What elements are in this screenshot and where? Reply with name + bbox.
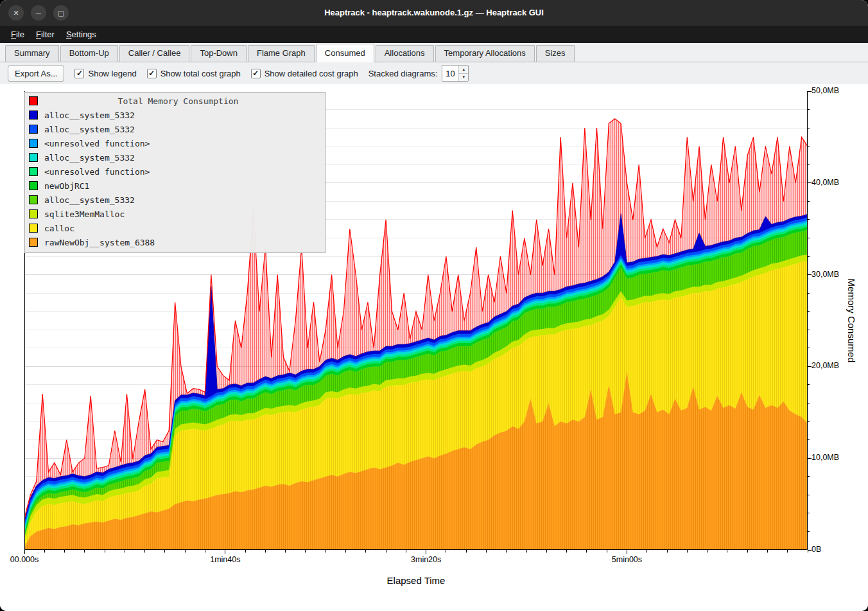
legend-item: calloc (25, 221, 325, 235)
legend-label: sqlite3MemMalloc (44, 209, 125, 219)
tab-sizes[interactable]: Sizes (536, 45, 575, 62)
tab-caller-callee[interactable]: Caller / Callee (119, 45, 190, 62)
spinbox-value[interactable]: 10 (442, 66, 458, 81)
tab-flame-graph[interactable]: Flame Graph (248, 45, 315, 62)
tab-bottom-up[interactable]: Bottom-Up (60, 45, 118, 62)
chart-legend: Total Memory Consumptionalloc__system_53… (24, 92, 326, 253)
legend-item: rawNewObj__system_6388 (25, 235, 325, 249)
checkbox-label: Show detailed cost graph (265, 69, 358, 78)
tab-top-down[interactable]: Top-Down (191, 45, 247, 62)
legend-item: sqlite3MemMalloc (25, 207, 325, 221)
checkmark-icon: ✓ (74, 69, 84, 78)
close-icon: ✕ (13, 9, 19, 17)
toolbar: Export As... ✓Show legend✓Show total cos… (0, 62, 868, 84)
maximize-button[interactable]: ▢ (53, 5, 69, 21)
window-title: Heaptrack - heaptrack.wakunode.1.gz — He… (0, 0, 868, 26)
tab-temporary-allocations[interactable]: Temporary Allocations (435, 45, 535, 62)
minimize-button[interactable]: ─ (31, 5, 46, 21)
legend-item: alloc__system_5332 (25, 193, 325, 207)
tab-summary[interactable]: Summary (5, 45, 59, 62)
x-axis-tick-label: 5min00s (612, 555, 642, 564)
spinbox-buttons: ▲ ▼ (458, 66, 468, 81)
menu-item-settings[interactable]: Settings (60, 27, 102, 42)
y-axis-tick-label: 50,0MB (812, 86, 839, 95)
legend-swatch (29, 96, 38, 105)
legend-item: alloc__system_5332 (25, 108, 325, 122)
legend-label: alloc__system_5332 (44, 153, 135, 163)
y-axis-tick-label: 0B (812, 545, 821, 554)
y-axis-tick-label: 30,0MB (812, 270, 839, 279)
legend-label: calloc (44, 224, 74, 233)
legend-swatch (29, 167, 38, 176)
legend-item: alloc__system_5332 (25, 122, 325, 136)
y-axis-tick-label: 20,0MB (812, 361, 839, 370)
export-as-button[interactable]: Export As... (8, 66, 64, 82)
close-button[interactable]: ✕ (8, 5, 24, 21)
checkbox-label: Show total cost graph (161, 69, 241, 78)
y-axis-tick-label: 10,0MB (812, 453, 839, 462)
chevron-down-icon: ▼ (462, 75, 465, 79)
checkbox-label: Show legend (88, 69, 136, 78)
legend-label: newObjRC1 (44, 181, 89, 191)
heaptrack-window: ✕─▢ Heaptrack - heaptrack.wakunode.1.gz … (0, 0, 868, 611)
legend-swatch (29, 153, 38, 162)
legend-label: alloc__system_5332 (44, 111, 135, 120)
legend-swatch (29, 209, 38, 218)
legend-swatch (29, 195, 38, 204)
chevron-up-icon: ▲ (462, 67, 465, 71)
checkmark-icon: ✓ (251, 69, 261, 78)
legend-label: rawNewObj__system_6388 (44, 238, 155, 247)
legend-title-row: Total Memory Consumption (25, 94, 325, 108)
minimize-icon: ─ (36, 9, 41, 17)
stacked-diagrams-label: Stacked diagrams: (369, 69, 438, 78)
menubar: FileFilterSettings (0, 26, 868, 43)
menu-item-file[interactable]: File (5, 27, 30, 42)
tab-allocations[interactable]: Allocations (376, 45, 434, 62)
x-axis-tick-label: 3min20s (411, 555, 441, 564)
x-axis-tick-label: 00.000s (10, 555, 39, 564)
checkbox-show-detailed-cost-graph[interactable]: ✓Show detailed cost graph (251, 69, 358, 78)
legend-swatch (29, 125, 38, 134)
checkbox-group: ✓Show legend✓Show total cost graph✓Show … (74, 69, 358, 78)
legend-item: alloc__system_5332 (25, 150, 325, 164)
legend-label: alloc__system_5332 (44, 125, 135, 134)
legend-label: alloc__system_5332 (44, 195, 135, 205)
chart-area[interactable]: Total Memory Consumptionalloc__system_53… (0, 84, 868, 611)
maximize-icon: ▢ (58, 9, 64, 17)
checkmark-icon: ✓ (147, 69, 157, 78)
spin-down-button[interactable]: ▼ (459, 74, 468, 82)
menu-item-filter[interactable]: Filter (30, 27, 60, 42)
stacked-diagrams-control: Stacked diagrams: 10 ▲ ▼ (369, 65, 469, 82)
legend-swatch (29, 224, 38, 233)
tab-bar: SummaryBottom-UpCaller / CalleeTop-DownF… (0, 43, 868, 62)
spin-up-button[interactable]: ▲ (459, 66, 468, 74)
legend-item: newObjRC1 (25, 179, 325, 193)
legend-label: <unresolved function> (44, 167, 150, 177)
y-axis-tick-label: 40,0MB (812, 178, 839, 187)
x-axis-tick-label: 1min40s (210, 555, 240, 564)
legend-swatch (29, 238, 38, 247)
legend-item: <unresolved function> (25, 136, 325, 150)
legend-swatch (29, 139, 38, 148)
stacked-diagrams-spinbox[interactable]: 10 ▲ ▼ (442, 65, 469, 82)
tab-consumed[interactable]: Consumed (316, 44, 374, 62)
window-controls: ✕─▢ (8, 5, 69, 21)
checkbox-show-legend[interactable]: ✓Show legend (74, 69, 136, 78)
titlebar: ✕─▢ Heaptrack - heaptrack.wakunode.1.gz … (0, 0, 868, 26)
legend-item: <unresolved function> (25, 164, 325, 179)
y-axis-title: Memory Consumed (846, 279, 857, 363)
legend-swatch (29, 111, 38, 120)
checkbox-show-total-cost-graph[interactable]: ✓Show total cost graph (147, 69, 241, 78)
legend-swatch (29, 181, 38, 190)
legend-title: Total Memory Consumption (44, 96, 325, 106)
x-axis-title: Elapsed Time (387, 575, 446, 586)
legend-label: <unresolved function> (44, 139, 150, 148)
